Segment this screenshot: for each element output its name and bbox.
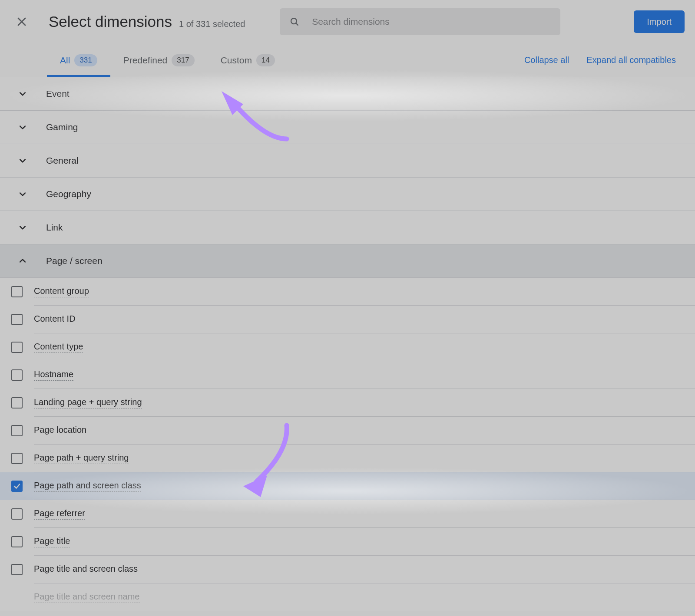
chevron-down-icon [11, 223, 34, 232]
dimension-label: Page title and screen class [34, 564, 138, 575]
chevron-down-icon [11, 156, 34, 165]
category-label: General [46, 155, 79, 166]
dimension-label: Content ID [34, 314, 76, 325]
category-label: Gaming [46, 122, 78, 132]
category-row-general[interactable]: General [0, 144, 695, 178]
category-row-gaming[interactable]: Gaming [0, 111, 695, 144]
checkbox[interactable] [11, 314, 23, 325]
checkbox-disabled [11, 592, 23, 603]
close-button[interactable] [10, 10, 33, 33]
svg-line-3 [296, 23, 298, 25]
dimension-label: Page location [34, 425, 86, 436]
check-icon [13, 482, 21, 490]
category-row-link[interactable]: Link [0, 211, 695, 244]
dimension-item[interactable]: Page location [0, 417, 695, 445]
chevron-down-icon [11, 123, 34, 132]
dimension-label: Page title [34, 536, 70, 547]
chevron-down-icon [11, 190, 34, 198]
dimension-item[interactable]: Page title [0, 528, 695, 556]
category-label: Page / screen [46, 256, 103, 266]
search-input[interactable] [312, 16, 551, 27]
dimension-label: Content group [34, 286, 89, 297]
close-icon [17, 16, 27, 27]
tab-count-badge: 317 [172, 54, 194, 66]
chevron-up-icon [11, 257, 34, 265]
title-group: Select dimensions 1 of 331 selected [49, 13, 245, 30]
tab-label: All [60, 55, 70, 66]
dimension-label: Landing page + query string [34, 397, 142, 408]
search-box[interactable] [280, 8, 560, 35]
checkbox[interactable] [11, 425, 23, 436]
category-label: Link [46, 222, 63, 233]
dialog-title: Select dimensions [49, 13, 172, 30]
tab-count-badge: 14 [256, 54, 275, 66]
dimension-label: Page path and screen class [34, 481, 141, 492]
checkbox[interactable] [11, 536, 23, 547]
checkbox-checked[interactable] [11, 481, 23, 492]
dimension-item[interactable]: Page referrer [0, 500, 695, 528]
checkbox[interactable] [11, 342, 23, 353]
dimension-item[interactable]: Hostname [0, 361, 695, 389]
dimension-label: Hostname [34, 369, 73, 381]
dimension-item-incompatible: Page title and screen name [0, 583, 695, 611]
tab-label: Custom [221, 55, 252, 66]
import-button[interactable]: Import [634, 10, 685, 33]
checkbox[interactable] [11, 369, 23, 381]
checkbox[interactable] [11, 564, 23, 575]
category-label: Geography [46, 189, 91, 199]
tab-all[interactable]: All 331 [47, 43, 110, 77]
selection-count: 1 of 331 selected [179, 19, 245, 29]
dimension-picker-dialog: Select dimensions 1 of 331 selected Impo… [0, 0, 695, 616]
tab-custom[interactable]: Custom 14 [208, 43, 288, 77]
dimension-item-selected[interactable]: Page path and screen class [0, 472, 695, 500]
dimension-item[interactable]: Page title and screen class [0, 556, 695, 583]
category-row-geography[interactable]: Geography [0, 178, 695, 211]
dimension-item[interactable]: Content type [0, 333, 695, 361]
dimension-label: Page title and screen name [34, 592, 140, 603]
chevron-down-icon [11, 89, 34, 98]
collapse-all-link[interactable]: Collapse all [516, 55, 578, 65]
category-row-event[interactable]: Event [0, 77, 695, 111]
dimension-item[interactable]: Content group [0, 278, 695, 306]
page-screen-items: Content group Content ID Content type Ho… [0, 278, 695, 611]
expand-all-link[interactable]: Expand all compatibles [578, 55, 685, 65]
search-icon [289, 16, 300, 27]
dimension-item[interactable]: Page path + query string [0, 445, 695, 472]
dimension-item[interactable]: Landing page + query string [0, 389, 695, 417]
dimension-label: Page path + query string [34, 453, 129, 464]
category-row-page-screen[interactable]: Page / screen [0, 244, 695, 278]
checkbox[interactable] [11, 508, 23, 520]
dimension-label: Page referrer [34, 508, 85, 520]
tabs-row: All 331 Predefined 317 Custom 14 Collaps… [0, 43, 695, 77]
dimension-item[interactable]: Content ID [0, 306, 695, 333]
checkbox[interactable] [11, 397, 23, 408]
tab-predefined[interactable]: Predefined 317 [110, 43, 208, 77]
tab-count-badge: 331 [74, 54, 97, 66]
dialog-header: Select dimensions 1 of 331 selected Impo… [0, 0, 695, 43]
dimension-label: Content type [34, 342, 83, 353]
checkbox[interactable] [11, 453, 23, 464]
category-label: Event [46, 89, 70, 99]
tab-label: Predefined [123, 55, 168, 66]
checkbox[interactable] [11, 286, 23, 297]
